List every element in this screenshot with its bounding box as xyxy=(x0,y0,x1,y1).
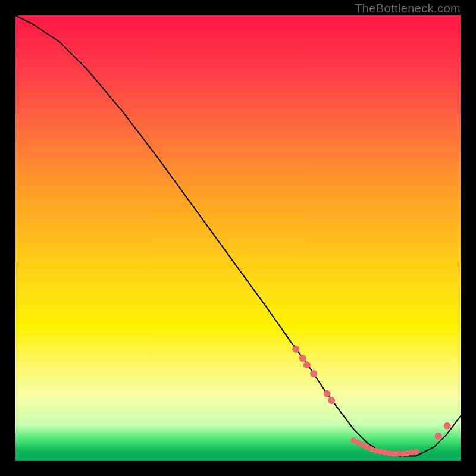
curve-svg xyxy=(15,15,461,461)
data-point xyxy=(299,355,306,362)
data-point xyxy=(413,449,419,455)
data-point xyxy=(444,422,451,430)
data-points xyxy=(292,346,450,457)
bottleneck-curve xyxy=(15,15,461,456)
chart-stage: TheBottleneck.com xyxy=(0,0,476,476)
data-point xyxy=(310,370,317,377)
data-point xyxy=(324,390,331,397)
plot-area xyxy=(15,15,461,461)
data-point xyxy=(292,346,299,353)
data-point xyxy=(303,361,311,368)
data-point xyxy=(435,433,442,440)
data-point xyxy=(328,397,335,404)
attribution-label: TheBottleneck.com xyxy=(355,2,461,15)
